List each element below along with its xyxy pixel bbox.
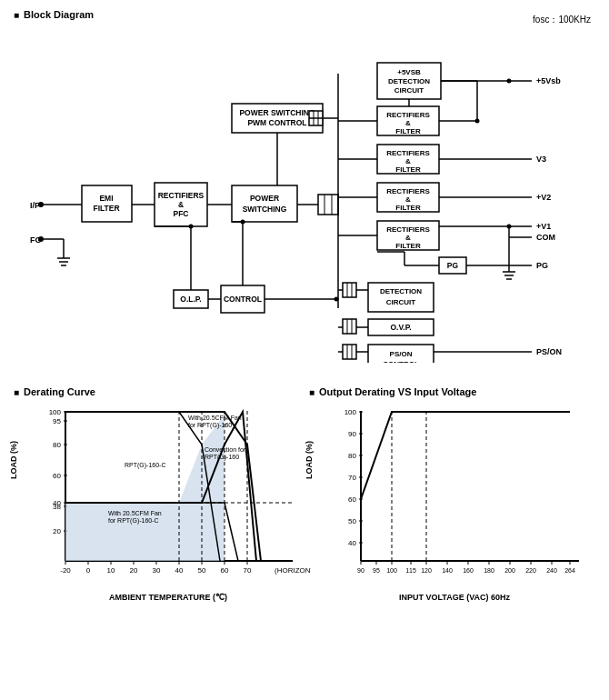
svg-rect-81 [343,345,356,359]
svg-text:CONTROL: CONTROL [383,360,419,363]
svg-text:60: 60 [221,566,229,575]
svg-text:DETECTION: DETECTION [388,77,430,85]
svg-text:90: 90 [357,567,364,574]
svg-text:PG: PG [447,261,459,270]
svg-text:70: 70 [348,474,356,482]
svg-text:0: 0 [86,566,91,575]
svg-text:&: & [178,200,184,209]
fosc-label: fosc：100KHz [533,14,591,26]
svg-text:140: 140 [442,567,453,574]
svg-text:FILTER: FILTER [395,127,421,135]
output-pson: PS/ON [536,347,562,356]
svg-text:O.L.P.: O.L.P. [180,295,201,304]
output-v2: +V2 [536,193,551,202]
svg-text:38: 38 [53,503,61,511]
svg-text:70: 70 [244,566,252,575]
svg-text:180: 180 [484,567,494,574]
svg-text:With 20.5CFM Fan: With 20.5CFM Fan [108,510,162,516]
svg-text:160: 160 [463,567,474,574]
svg-text:95: 95 [53,417,61,425]
svg-text:CIRCUIT: CIRCUIT [386,298,416,306]
svg-text:-20: -20 [60,566,71,575]
svg-point-97 [334,297,339,302]
output-5vsb: +5Vsb [536,76,561,85]
svg-text:RPT(G)-160-C: RPT(G)-160-C [125,462,166,469]
svg-marker-139 [65,415,225,561]
svg-text:115: 115 [405,567,416,574]
power-switching-block [232,185,297,222]
derating-curve-title: Derating Curve [14,386,300,397]
svg-text:60: 60 [53,472,61,480]
svg-text:FILTER: FILTER [395,242,421,250]
svg-text:PFC: PFC [174,209,189,218]
svg-text:DETECTION: DETECTION [380,287,422,295]
svg-text:RECTIFIERS: RECTIFIERS [386,111,430,119]
svg-text:40: 40 [175,566,184,575]
svg-text:60: 60 [348,495,356,504]
svg-text:&: & [405,234,411,242]
svg-text:With 20.5CFM Fan: With 20.5CFM Fan [188,415,242,421]
derating-chart-svg: 100 95 80 60 40 38 20 -20 0 10 [34,402,311,597]
output-derating-title: Output Derating VS Input Voltage [309,386,595,397]
svg-text:RECTIFIERS: RECTIFIERS [386,149,430,157]
svg-text:PWM CONTROL: PWM CONTROL [247,118,306,127]
svg-rect-68 [343,283,356,297]
svg-text:for RPT(G)-160: for RPT(G)-160 [188,422,232,429]
svg-point-2 [38,236,44,242]
bottom-sections: Derating Curve LOAD (%) 100 95 80 60 40 … [14,386,595,602]
svg-text:&: & [405,195,411,204]
derating-x-axis-label: AMBIENT TEMPERATURE (℃) [45,593,291,602]
svg-text:120: 120 [421,567,432,574]
block-diagram-section: Block Diagram fosc：100KHz I/P FG EMI FIL… [14,9,595,382]
svg-text:100: 100 [49,408,62,416]
svg-text:RECTIFIERS: RECTIFIERS [386,187,430,195]
svg-point-37 [507,79,512,84]
svg-text:EMI: EMI [99,194,113,203]
svg-text:30: 30 [153,566,161,575]
svg-text:100: 100 [386,567,397,574]
svg-text:50: 50 [198,566,206,575]
output-derating-chart-svg: 100 90 80 70 60 50 40 90 95 100 [329,402,597,597]
svg-text:&: & [405,119,411,127]
svg-text:240: 240 [546,567,557,574]
svg-text:FILTER: FILTER [395,204,421,212]
svg-text:50: 50 [348,517,356,525]
svg-text:(HORIZONTAL): (HORIZONTAL) [275,566,311,575]
block-diagram-title: Block Diagram [14,9,595,20]
output-v1: +V1 [536,222,551,231]
svg-text:Convection for: Convection for [205,446,246,453]
svg-text:POWER SWITCHING: POWER SWITCHING [239,108,314,117]
output-pg: PG [536,261,548,270]
output-derating-x-axis-label: INPUT VOLTAGE (VAC) 60Hz [341,593,568,602]
output-derating-section: Output Derating VS Input Voltage LOAD (%… [309,386,595,602]
svg-text:POWER: POWER [250,194,279,203]
svg-text:CONTROL: CONTROL [224,295,262,304]
svg-text:RECTIFIERS: RECTIFIERS [158,191,205,200]
svg-text:90: 90 [348,430,356,438]
svg-text:100: 100 [344,408,357,416]
svg-text:FILTER: FILTER [93,204,119,213]
svg-point-101 [475,119,480,124]
output-com: COM [536,233,555,242]
svg-rect-74 [343,319,356,334]
output-derating-y-axis-label: LOAD (%) [304,441,314,479]
svg-point-0 [38,202,44,207]
svg-text:200: 200 [504,567,515,574]
transformer-main [318,195,338,215]
svg-text:FILTER: FILTER [395,165,421,174]
svg-text:264: 264 [564,567,575,574]
svg-text:20: 20 [53,527,61,535]
output-v3: V3 [536,155,546,164]
block-diagram-svg: I/P FG EMI FILTER RECTIFIERS & PFC POWER… [14,26,595,363]
svg-text:SWITCHING: SWITCHING [243,205,287,214]
svg-text:&: & [405,157,411,165]
svg-text:220: 220 [525,567,536,574]
derating-section: Derating Curve LOAD (%) 100 95 80 60 40 … [14,386,300,602]
svg-text:40: 40 [348,539,356,547]
svg-text:PS/ON: PS/ON [390,350,413,358]
svg-text:80: 80 [348,452,356,460]
svg-text:CIRCUIT: CIRCUIT [394,86,424,95]
svg-text:80: 80 [53,441,61,449]
svg-text:+5VSB: +5VSB [397,68,421,76]
svg-text:95: 95 [373,567,380,574]
